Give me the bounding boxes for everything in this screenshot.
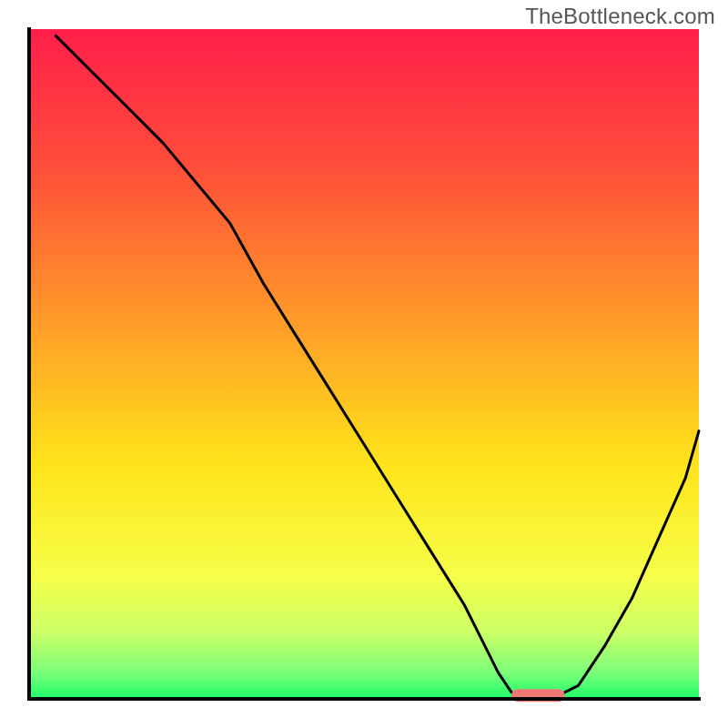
chart-svg: [0, 0, 728, 728]
bottleneck-chart: TheBottleneck.com: [0, 0, 728, 728]
gradient-background: [29, 29, 699, 699]
watermark-text: TheBottleneck.com: [525, 4, 715, 29]
